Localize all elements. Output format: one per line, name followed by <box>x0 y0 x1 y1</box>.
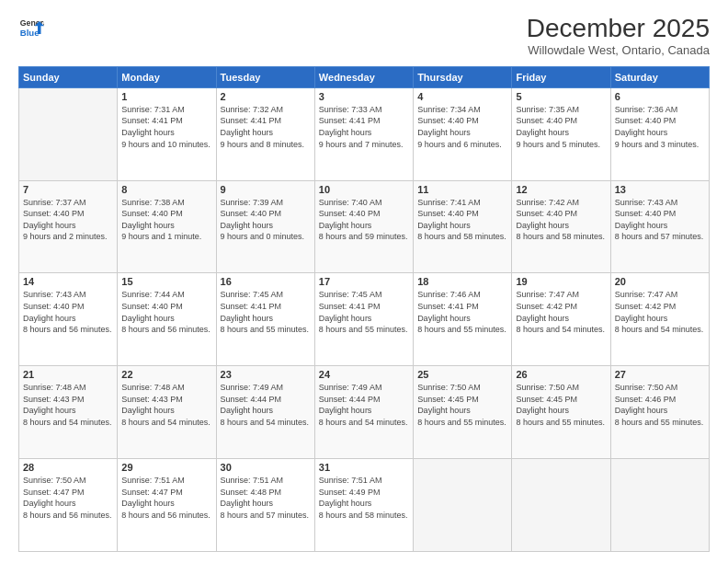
day-number: 13 <box>615 184 705 195</box>
day-number: 6 <box>615 91 705 102</box>
day-number: 3 <box>319 91 409 102</box>
day-number: 4 <box>417 91 507 102</box>
day-number: 22 <box>121 369 211 380</box>
logo: General Blue <box>18 15 44 40</box>
calendar-day-cell: 4Sunrise: 7:34 AMSunset: 4:40 PMDaylight… <box>414 87 512 180</box>
day-info: Sunrise: 7:43 AMSunset: 4:40 PMDaylight … <box>23 289 113 335</box>
calendar-day-cell: 2Sunrise: 7:32 AMSunset: 4:41 PMDaylight… <box>216 87 314 180</box>
calendar-day-cell: 28Sunrise: 7:50 AMSunset: 4:47 PMDayligh… <box>19 459 118 552</box>
calendar-day-cell: 9Sunrise: 7:39 AMSunset: 4:40 PMDaylight… <box>216 180 314 273</box>
day-number: 18 <box>417 276 507 287</box>
calendar-day-cell: 30Sunrise: 7:51 AMSunset: 4:48 PMDayligh… <box>216 459 314 552</box>
calendar-day-cell: 8Sunrise: 7:38 AMSunset: 4:40 PMDaylight… <box>118 180 216 273</box>
calendar-table: Sunday Monday Tuesday Wednesday Thursday… <box>18 66 710 552</box>
calendar-day-cell: 16Sunrise: 7:45 AMSunset: 4:41 PMDayligh… <box>216 273 314 366</box>
calendar-day-cell: 24Sunrise: 7:49 AMSunset: 4:44 PMDayligh… <box>314 366 413 459</box>
day-number: 2 <box>221 91 311 102</box>
main-title: December 2025 <box>527 15 710 43</box>
day-info: Sunrise: 7:44 AMSunset: 4:40 PMDaylight … <box>121 289 211 335</box>
day-info: Sunrise: 7:39 AMSunset: 4:40 PMDaylight … <box>221 197 311 243</box>
day-info: Sunrise: 7:35 AMSunset: 4:40 PMDaylight … <box>516 104 606 150</box>
col-wednesday: Wednesday <box>314 66 413 87</box>
day-number: 19 <box>516 276 606 287</box>
calendar-day-cell: 6Sunrise: 7:36 AMSunset: 4:40 PMDaylight… <box>610 87 709 180</box>
calendar-day-cell <box>414 459 512 552</box>
calendar-week-row: 28Sunrise: 7:50 AMSunset: 4:47 PMDayligh… <box>19 459 710 552</box>
calendar-day-cell: 25Sunrise: 7:50 AMSunset: 4:45 PMDayligh… <box>414 366 512 459</box>
day-info: Sunrise: 7:42 AMSunset: 4:40 PMDaylight … <box>516 197 606 243</box>
calendar-day-cell: 15Sunrise: 7:44 AMSunset: 4:40 PMDayligh… <box>118 273 216 366</box>
calendar-day-cell: 19Sunrise: 7:47 AMSunset: 4:42 PMDayligh… <box>512 273 610 366</box>
title-block: December 2025 Willowdale West, Ontario, … <box>527 15 710 57</box>
day-number: 8 <box>121 184 211 195</box>
day-info: Sunrise: 7:33 AMSunset: 4:41 PMDaylight … <box>319 104 409 150</box>
day-info: Sunrise: 7:51 AMSunset: 4:49 PMDaylight … <box>319 475 409 521</box>
calendar-day-cell: 22Sunrise: 7:48 AMSunset: 4:43 PMDayligh… <box>118 366 216 459</box>
day-number: 30 <box>221 462 311 473</box>
day-info: Sunrise: 7:36 AMSunset: 4:40 PMDaylight … <box>615 104 705 150</box>
calendar-day-cell: 27Sunrise: 7:50 AMSunset: 4:46 PMDayligh… <box>610 366 709 459</box>
day-info: Sunrise: 7:32 AMSunset: 4:41 PMDaylight … <box>221 104 311 150</box>
calendar-day-cell: 29Sunrise: 7:51 AMSunset: 4:47 PMDayligh… <box>118 459 216 552</box>
day-info: Sunrise: 7:48 AMSunset: 4:43 PMDaylight … <box>121 382 211 428</box>
day-number: 27 <box>615 369 705 380</box>
logo-icon: General Blue <box>18 15 44 40</box>
day-info: Sunrise: 7:48 AMSunset: 4:43 PMDaylight … <box>23 382 113 428</box>
calendar-week-row: 7Sunrise: 7:37 AMSunset: 4:40 PMDaylight… <box>19 180 710 273</box>
day-info: Sunrise: 7:47 AMSunset: 4:42 PMDaylight … <box>516 289 606 335</box>
day-info: Sunrise: 7:50 AMSunset: 4:46 PMDaylight … <box>615 382 705 428</box>
day-number: 1 <box>121 91 211 102</box>
day-info: Sunrise: 7:51 AMSunset: 4:48 PMDaylight … <box>221 475 311 521</box>
col-sunday: Sunday <box>19 66 118 87</box>
day-number: 7 <box>23 184 113 195</box>
day-info: Sunrise: 7:51 AMSunset: 4:47 PMDaylight … <box>121 475 211 521</box>
calendar-day-cell <box>512 459 610 552</box>
calendar-day-cell: 5Sunrise: 7:35 AMSunset: 4:40 PMDaylight… <box>512 87 610 180</box>
day-number: 17 <box>319 276 409 287</box>
page: General Blue December 2025 Willowdale We… <box>0 0 728 563</box>
day-info: Sunrise: 7:45 AMSunset: 4:41 PMDaylight … <box>221 289 311 335</box>
day-info: Sunrise: 7:41 AMSunset: 4:40 PMDaylight … <box>417 197 507 243</box>
day-number: 5 <box>516 91 606 102</box>
day-number: 10 <box>319 184 409 195</box>
calendar-day-cell: 10Sunrise: 7:40 AMSunset: 4:40 PMDayligh… <box>314 180 413 273</box>
day-number: 16 <box>221 276 311 287</box>
calendar-day-cell: 20Sunrise: 7:47 AMSunset: 4:42 PMDayligh… <box>610 273 709 366</box>
day-info: Sunrise: 7:43 AMSunset: 4:40 PMDaylight … <box>615 197 705 243</box>
col-tuesday: Tuesday <box>216 66 314 87</box>
calendar-day-cell: 23Sunrise: 7:49 AMSunset: 4:44 PMDayligh… <box>216 366 314 459</box>
header: General Blue December 2025 Willowdale We… <box>18 15 710 57</box>
day-info: Sunrise: 7:47 AMSunset: 4:42 PMDaylight … <box>615 289 705 335</box>
day-number: 25 <box>417 369 507 380</box>
calendar-header-row: Sunday Monday Tuesday Wednesday Thursday… <box>19 66 710 87</box>
day-number: 14 <box>23 276 113 287</box>
calendar-day-cell: 31Sunrise: 7:51 AMSunset: 4:49 PMDayligh… <box>314 459 413 552</box>
calendar-day-cell: 7Sunrise: 7:37 AMSunset: 4:40 PMDaylight… <box>19 180 118 273</box>
calendar-day-cell: 14Sunrise: 7:43 AMSunset: 4:40 PMDayligh… <box>19 273 118 366</box>
day-info: Sunrise: 7:46 AMSunset: 4:41 PMDaylight … <box>417 289 507 335</box>
calendar-day-cell: 21Sunrise: 7:48 AMSunset: 4:43 PMDayligh… <box>19 366 118 459</box>
day-number: 28 <box>23 462 113 473</box>
day-info: Sunrise: 7:40 AMSunset: 4:40 PMDaylight … <box>319 197 409 243</box>
subtitle: Willowdale West, Ontario, Canada <box>527 43 710 57</box>
calendar-day-cell: 12Sunrise: 7:42 AMSunset: 4:40 PMDayligh… <box>512 180 610 273</box>
day-number: 31 <box>319 462 409 473</box>
calendar-day-cell: 3Sunrise: 7:33 AMSunset: 4:41 PMDaylight… <box>314 87 413 180</box>
day-info: Sunrise: 7:49 AMSunset: 4:44 PMDaylight … <box>319 382 409 428</box>
day-number: 21 <box>23 369 113 380</box>
day-info: Sunrise: 7:50 AMSunset: 4:45 PMDaylight … <box>516 382 606 428</box>
day-info: Sunrise: 7:34 AMSunset: 4:40 PMDaylight … <box>417 104 507 150</box>
day-info: Sunrise: 7:50 AMSunset: 4:45 PMDaylight … <box>417 382 507 428</box>
day-number: 15 <box>121 276 211 287</box>
day-number: 11 <box>417 184 507 195</box>
calendar-week-row: 21Sunrise: 7:48 AMSunset: 4:43 PMDayligh… <box>19 366 710 459</box>
calendar-day-cell: 18Sunrise: 7:46 AMSunset: 4:41 PMDayligh… <box>414 273 512 366</box>
calendar-day-cell <box>19 87 118 180</box>
day-number: 24 <box>319 369 409 380</box>
day-info: Sunrise: 7:45 AMSunset: 4:41 PMDaylight … <box>319 289 409 335</box>
col-thursday: Thursday <box>414 66 512 87</box>
col-friday: Friday <box>512 66 610 87</box>
day-number: 23 <box>221 369 311 380</box>
day-info: Sunrise: 7:50 AMSunset: 4:47 PMDaylight … <box>23 475 113 521</box>
day-number: 20 <box>615 276 705 287</box>
